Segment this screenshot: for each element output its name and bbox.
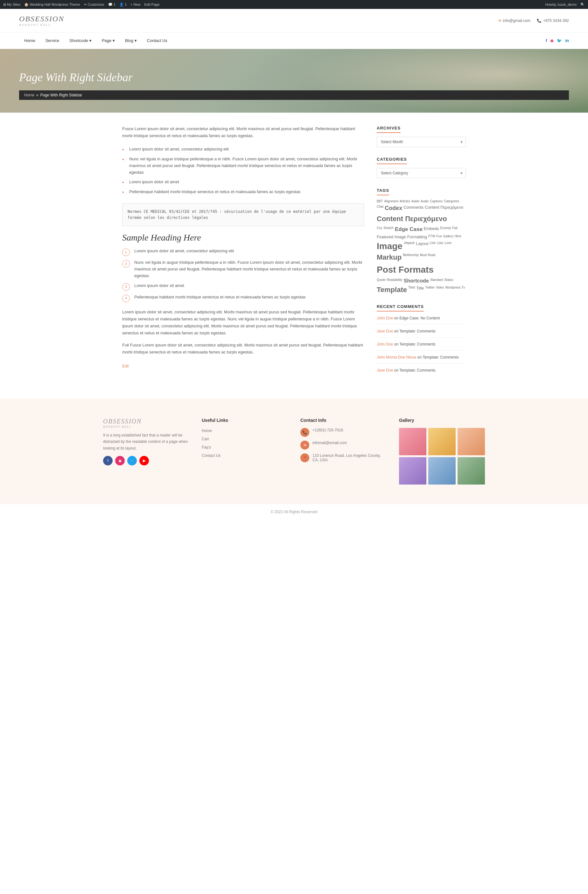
copyright: © 2022 All Rights Reserved — [271, 510, 317, 514]
edit-link[interactable]: Edit — [122, 364, 129, 368]
footer-social-instagram[interactable]: ◉ — [115, 456, 125, 465]
footer-link-faq[interactable]: Faq's — [202, 445, 211, 450]
gallery-item[interactable] — [458, 428, 485, 455]
footer-links-list: Home Cart Faq's Contact Us — [202, 428, 288, 458]
tag[interactable]: Formatting — [407, 234, 427, 240]
tag[interactable]: Captions — [430, 199, 442, 203]
comment-author: John Doe — [377, 316, 393, 320]
phone-icon: 📞 — [300, 428, 309, 437]
tag[interactable]: Lists — [437, 241, 444, 252]
gallery-item[interactable] — [428, 428, 456, 455]
page-banner: Page With Right Sidebar Home » Page With… — [0, 49, 588, 113]
tag[interactable]: Featured Image — [377, 234, 406, 240]
footer-address-item: 📍 110 Lorence Road, Los Angeles County, … — [300, 453, 386, 462]
tag[interactable]: Excerpt — [440, 226, 451, 233]
tag[interactable]: Tiled — [408, 285, 415, 294]
archives-select[interactable]: Select Month — [377, 137, 466, 147]
tag[interactable]: Css — [377, 226, 382, 233]
nav-service[interactable]: Service — [41, 32, 64, 49]
social-linkedin[interactable]: in — [565, 38, 569, 43]
nav-page[interactable]: Page ▾ — [97, 32, 120, 49]
footer-social-facebook[interactable]: f — [103, 456, 113, 465]
tag[interactable]: Twitter — [425, 285, 434, 294]
tag[interactable]: Articles — [400, 199, 410, 203]
tag[interactable]: Shortcode — [404, 278, 429, 284]
header-contact-info: ✉ info@gmail.com 📞 +975 3434-392 — [498, 18, 569, 23]
comment-item: John Μοπια Doe Ntοue on Template: Commen… — [377, 355, 466, 364]
body-paragraph-1: Lorem ipsum dolor sit amet, consectetur … — [122, 309, 364, 337]
tag[interactable]: FTW — [428, 234, 435, 240]
tag[interactable]: Jetpack — [404, 241, 414, 252]
admin-edit-page[interactable]: Edit Page — [144, 3, 160, 6]
gallery-item[interactable] — [399, 428, 426, 455]
tag[interactable]: Stretch — [383, 226, 394, 233]
tag[interactable]: Comments — [404, 205, 423, 212]
footer-social: f ◉ 🐦 ▶ — [103, 456, 189, 465]
tag[interactable]: BBT — [377, 199, 383, 203]
tag[interactable]: Post Formats — [377, 264, 466, 275]
nav-home[interactable]: Home — [19, 32, 41, 49]
tag[interactable]: Readability — [387, 278, 402, 284]
tag[interactable]: Chat — [377, 205, 383, 212]
gallery-item[interactable] — [428, 457, 456, 485]
gallery-item[interactable] — [458, 457, 485, 485]
tag[interactable]: Layout — [416, 241, 428, 252]
footer-link-home[interactable]: Home — [202, 429, 212, 433]
tag[interactable]: Status — [444, 278, 453, 284]
admin-new[interactable]: + New — [130, 3, 141, 6]
tag[interactable]: Template — [377, 285, 407, 294]
header-phone: 📞 +975 3434-392 — [537, 18, 569, 23]
footer-link-cart[interactable]: Cart — [202, 437, 209, 441]
tag[interactable]: Title — [416, 285, 424, 294]
gallery-title: Gallery — [399, 418, 485, 423]
admin-my-sites[interactable]: ⊞ My Sites — [3, 3, 20, 7]
admin-customize[interactable]: ✏ Customize — [84, 3, 104, 7]
footer-social-twitter[interactable]: 🐦 — [127, 456, 137, 465]
gallery-item[interactable] — [399, 457, 426, 485]
tag[interactable]: Love — [444, 241, 452, 252]
main-content: Fusce Lorem ipsum dolor sit amet, consec… — [122, 125, 364, 386]
tag[interactable]: Wordpress.Tv — [445, 285, 465, 294]
tag[interactable]: Must Read — [420, 253, 435, 262]
nav-shortcode[interactable]: Shortcode ▾ — [64, 32, 97, 49]
admin-users[interactable]: 👤 1 — [119, 3, 127, 7]
social-twitter[interactable]: 🐦 — [557, 38, 562, 43]
admin-search[interactable]: 🔍 — [580, 3, 585, 7]
admin-comments[interactable]: 💬 1 — [108, 3, 115, 7]
comment-item: Jane Doe on Template: Comments — [377, 328, 466, 338]
admin-bar-left: ⊞ My Sites 🏠 Wedding Hall Wordpress Them… — [3, 3, 159, 7]
social-facebook[interactable]: f — [546, 38, 547, 43]
top-header: Obsession Banquet Hall ✉ info@gmail.com … — [0, 9, 588, 32]
tag[interactable]: Categories — [444, 199, 459, 203]
tag[interactable]: Gallery — [443, 234, 453, 240]
tag[interactable]: Content Περιεχόμενο — [425, 205, 463, 212]
tag[interactable]: Embeds — [424, 226, 439, 233]
tag[interactable]: Image — [377, 241, 402, 252]
categories-select[interactable]: Select Category — [377, 168, 466, 178]
tag[interactable]: Markup — [377, 253, 402, 262]
footer-social-youtube[interactable]: ▶ — [139, 456, 149, 465]
nav-contact[interactable]: Contact Us — [142, 32, 172, 49]
tags-cloud: BBT Alignment Articles Aside Audio Capti… — [377, 199, 466, 294]
tag[interactable]: Video — [436, 285, 444, 294]
tag[interactable]: Standard — [430, 278, 443, 284]
tag[interactable]: Fail — [452, 226, 457, 233]
tag[interactable]: Edge Case — [395, 226, 423, 233]
tag[interactable]: Codex — [385, 205, 402, 212]
tag[interactable]: Link — [429, 241, 435, 252]
tag[interactable]: Aside — [411, 199, 419, 203]
breadcrumb-home[interactable]: Home — [24, 93, 34, 97]
admin-bar: ⊞ My Sites 🏠 Wedding Hall Wordpress Them… — [0, 0, 588, 9]
tag[interactable]: Html — [455, 234, 461, 240]
footer-link-contact[interactable]: Contact Us — [202, 453, 221, 458]
tag[interactable]: Mothership — [403, 253, 419, 262]
social-instagram[interactable]: ◉ — [550, 38, 554, 43]
tag[interactable]: Quote — [377, 278, 385, 284]
tag[interactable]: Fun — [437, 234, 442, 240]
header-email: ✉ info@gmail.com — [498, 18, 531, 23]
tag[interactable]: Audio — [421, 199, 429, 203]
tag[interactable]: Alignment — [384, 199, 398, 203]
admin-theme[interactable]: 🏠 Wedding Hall Wordpress Theme — [24, 3, 80, 7]
tag[interactable]: Content Περιεχόμενο — [377, 214, 466, 224]
nav-blog[interactable]: Blog ▾ — [120, 32, 142, 49]
